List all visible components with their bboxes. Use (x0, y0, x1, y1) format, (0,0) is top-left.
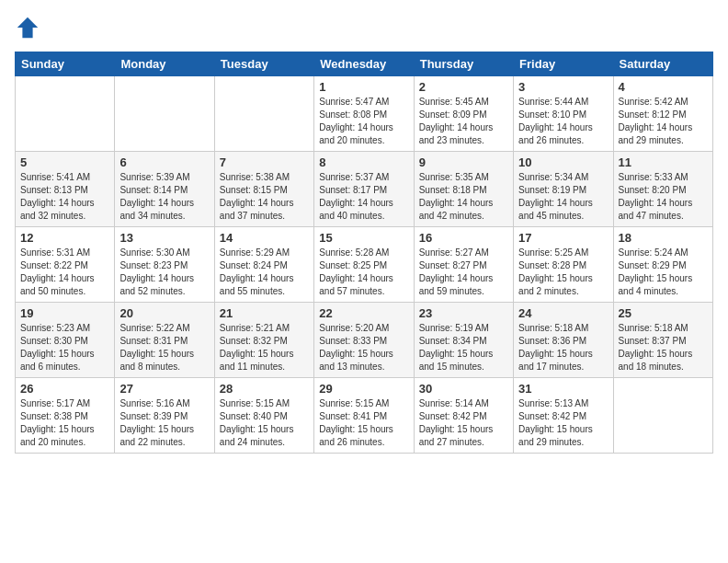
day-cell: 9Sunrise: 5:35 AM Sunset: 8:18 PM Daylig… (414, 152, 513, 227)
day-number: 10 (518, 155, 608, 169)
day-cell: 13Sunrise: 5:30 AM Sunset: 8:23 PM Dayli… (115, 227, 214, 303)
day-number: 6 (119, 155, 209, 169)
day-info: Sunrise: 5:17 AM Sunset: 8:38 PM Dayligh… (20, 397, 109, 449)
day-number: 12 (20, 231, 109, 245)
day-cell: 2Sunrise: 5:45 AM Sunset: 8:09 PM Daylig… (414, 76, 513, 152)
day-number: 14 (220, 231, 309, 245)
day-number: 9 (419, 155, 508, 169)
day-number: 29 (319, 382, 408, 396)
day-number: 13 (119, 231, 209, 245)
day-cell: 7Sunrise: 5:38 AM Sunset: 8:15 PM Daylig… (214, 152, 313, 227)
weekday-header-thursday: Thursday (414, 52, 513, 76)
day-cell: 28Sunrise: 5:15 AM Sunset: 8:40 PM Dayli… (214, 378, 313, 454)
day-info: Sunrise: 5:28 AM Sunset: 8:25 PM Dayligh… (319, 247, 408, 298)
day-info: Sunrise: 5:13 AM Sunset: 8:42 PM Dayligh… (518, 397, 608, 449)
week-row-3: 12Sunrise: 5:31 AM Sunset: 8:22 PM Dayli… (16, 227, 713, 303)
logo (15, 15, 42, 40)
day-info: Sunrise: 5:44 AM Sunset: 8:10 PM Dayligh… (518, 96, 608, 147)
day-cell: 26Sunrise: 5:17 AM Sunset: 8:38 PM Dayli… (16, 378, 115, 454)
day-cell: 30Sunrise: 5:14 AM Sunset: 8:42 PM Dayli… (414, 378, 513, 454)
day-info: Sunrise: 5:29 AM Sunset: 8:24 PM Dayligh… (220, 247, 309, 298)
day-info: Sunrise: 5:30 AM Sunset: 8:23 PM Dayligh… (119, 247, 209, 298)
day-cell (115, 76, 214, 152)
day-number: 31 (518, 382, 608, 396)
day-number: 18 (619, 231, 708, 245)
calendar-header (15, 15, 713, 40)
day-number: 19 (20, 306, 109, 320)
day-cell: 16Sunrise: 5:27 AM Sunset: 8:27 PM Dayli… (414, 227, 513, 303)
weekday-header-row: SundayMondayTuesdayWednesdayThursdayFrid… (16, 52, 713, 76)
day-info: Sunrise: 5:34 AM Sunset: 8:19 PM Dayligh… (518, 171, 608, 223)
day-cell: 14Sunrise: 5:29 AM Sunset: 8:24 PM Dayli… (214, 227, 313, 303)
day-cell: 3Sunrise: 5:44 AM Sunset: 8:10 PM Daylig… (514, 76, 613, 152)
day-cell: 18Sunrise: 5:24 AM Sunset: 8:29 PM Dayli… (613, 227, 712, 303)
day-info: Sunrise: 5:21 AM Sunset: 8:32 PM Dayligh… (220, 322, 309, 373)
day-info: Sunrise: 5:38 AM Sunset: 8:15 PM Dayligh… (220, 171, 309, 223)
day-cell: 10Sunrise: 5:34 AM Sunset: 8:19 PM Dayli… (514, 152, 613, 227)
day-info: Sunrise: 5:23 AM Sunset: 8:30 PM Dayligh… (20, 322, 109, 373)
day-cell: 31Sunrise: 5:13 AM Sunset: 8:42 PM Dayli… (514, 378, 613, 454)
weekday-header-tuesday: Tuesday (214, 52, 313, 76)
day-number: 28 (220, 382, 309, 396)
day-info: Sunrise: 5:25 AM Sunset: 8:28 PM Dayligh… (518, 247, 608, 298)
day-cell: 5Sunrise: 5:41 AM Sunset: 8:13 PM Daylig… (16, 152, 115, 227)
day-cell: 6Sunrise: 5:39 AM Sunset: 8:14 PM Daylig… (115, 152, 214, 227)
day-cell: 12Sunrise: 5:31 AM Sunset: 8:22 PM Dayli… (16, 227, 115, 303)
day-number: 20 (119, 306, 209, 320)
day-info: Sunrise: 5:42 AM Sunset: 8:12 PM Dayligh… (619, 96, 708, 147)
day-cell: 11Sunrise: 5:33 AM Sunset: 8:20 PM Dayli… (613, 152, 712, 227)
day-info: Sunrise: 5:18 AM Sunset: 8:36 PM Dayligh… (518, 322, 608, 373)
calendar-table: SundayMondayTuesdayWednesdayThursdayFrid… (15, 52, 713, 454)
day-cell: 23Sunrise: 5:19 AM Sunset: 8:34 PM Dayli… (414, 303, 513, 378)
day-cell: 17Sunrise: 5:25 AM Sunset: 8:28 PM Dayli… (514, 227, 613, 303)
day-number: 30 (419, 382, 508, 396)
week-row-5: 26Sunrise: 5:17 AM Sunset: 8:38 PM Dayli… (16, 378, 713, 454)
weekday-header-saturday: Saturday (613, 52, 712, 76)
day-number: 2 (419, 80, 508, 94)
calendar-container: SundayMondayTuesdayWednesdayThursdayFrid… (0, 0, 728, 461)
day-cell: 8Sunrise: 5:37 AM Sunset: 8:17 PM Daylig… (314, 152, 414, 227)
day-info: Sunrise: 5:47 AM Sunset: 8:08 PM Dayligh… (319, 96, 408, 147)
week-row-1: 1Sunrise: 5:47 AM Sunset: 8:08 PM Daylig… (16, 76, 713, 152)
day-number: 22 (319, 306, 408, 320)
weekday-header-sunday: Sunday (16, 52, 115, 76)
day-info: Sunrise: 5:33 AM Sunset: 8:20 PM Dayligh… (619, 171, 708, 223)
day-cell: 27Sunrise: 5:16 AM Sunset: 8:39 PM Dayli… (115, 378, 214, 454)
svg-marker-0 (17, 17, 38, 38)
day-info: Sunrise: 5:35 AM Sunset: 8:18 PM Dayligh… (419, 171, 508, 223)
day-info: Sunrise: 5:22 AM Sunset: 8:31 PM Dayligh… (119, 322, 209, 373)
day-number: 4 (619, 80, 708, 94)
day-number: 3 (518, 80, 608, 94)
day-info: Sunrise: 5:20 AM Sunset: 8:33 PM Dayligh… (319, 322, 408, 373)
day-info: Sunrise: 5:37 AM Sunset: 8:17 PM Dayligh… (319, 171, 408, 223)
day-info: Sunrise: 5:15 AM Sunset: 8:41 PM Dayligh… (319, 397, 408, 449)
day-info: Sunrise: 5:14 AM Sunset: 8:42 PM Dayligh… (419, 397, 508, 449)
day-number: 1 (319, 80, 408, 94)
day-info: Sunrise: 5:31 AM Sunset: 8:22 PM Dayligh… (20, 247, 109, 298)
day-info: Sunrise: 5:41 AM Sunset: 8:13 PM Dayligh… (20, 171, 109, 223)
day-number: 21 (220, 306, 309, 320)
day-cell: 19Sunrise: 5:23 AM Sunset: 8:30 PM Dayli… (16, 303, 115, 378)
weekday-header-friday: Friday (514, 52, 613, 76)
day-number: 23 (419, 306, 508, 320)
day-cell: 29Sunrise: 5:15 AM Sunset: 8:41 PM Dayli… (314, 378, 414, 454)
day-cell: 1Sunrise: 5:47 AM Sunset: 8:08 PM Daylig… (314, 76, 414, 152)
day-info: Sunrise: 5:45 AM Sunset: 8:09 PM Dayligh… (419, 96, 508, 147)
day-number: 7 (220, 155, 309, 169)
logo-icon (15, 15, 40, 40)
weekday-header-wednesday: Wednesday (314, 52, 414, 76)
day-number: 17 (518, 231, 608, 245)
day-cell: 25Sunrise: 5:18 AM Sunset: 8:37 PM Dayli… (613, 303, 712, 378)
day-cell: 20Sunrise: 5:22 AM Sunset: 8:31 PM Dayli… (115, 303, 214, 378)
day-number: 16 (419, 231, 508, 245)
day-info: Sunrise: 5:16 AM Sunset: 8:39 PM Dayligh… (119, 397, 209, 449)
day-cell: 4Sunrise: 5:42 AM Sunset: 8:12 PM Daylig… (613, 76, 712, 152)
day-cell: 15Sunrise: 5:28 AM Sunset: 8:25 PM Dayli… (314, 227, 414, 303)
day-cell (613, 378, 712, 454)
day-cell (16, 76, 115, 152)
day-info: Sunrise: 5:19 AM Sunset: 8:34 PM Dayligh… (419, 322, 508, 373)
day-number: 27 (119, 382, 209, 396)
day-cell: 24Sunrise: 5:18 AM Sunset: 8:36 PM Dayli… (514, 303, 613, 378)
weekday-header-monday: Monday (115, 52, 214, 76)
day-number: 24 (518, 306, 608, 320)
